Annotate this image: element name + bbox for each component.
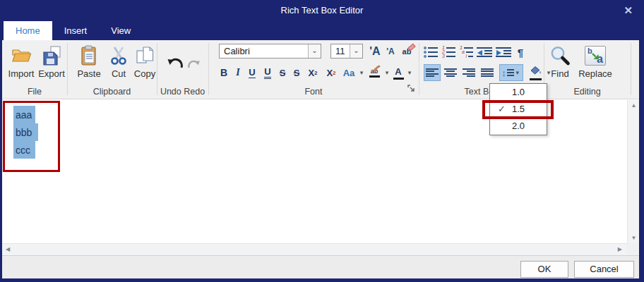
shrink-font-button[interactable]: 'A [384, 44, 397, 59]
clipboard-paste-icon [80, 43, 98, 68]
decrease-indent-button[interactable] [477, 44, 492, 60]
font-size-value: 11 [331, 44, 350, 58]
tab-view[interactable]: View [99, 21, 143, 40]
font-color-dropdown-arrow[interactable]: ▾ [406, 69, 413, 76]
horizontal-scrollbar[interactable]: ◀ ▶ [2, 243, 627, 255]
scissors-icon [110, 43, 127, 68]
numbered-list-icon: 1 2 3 [441, 47, 455, 58]
font-family-combobox[interactable]: Calibri ⌄ [219, 44, 321, 59]
font-size-combobox[interactable]: 11 ⌄ [330, 44, 363, 59]
annotation-red-box-selection [3, 101, 60, 172]
group-separator [631, 43, 631, 95]
annotation-red-box-menu [482, 100, 554, 119]
menu-item-1-0[interactable]: 1.0 [490, 84, 547, 101]
magnifier-icon [549, 43, 571, 68]
change-case-dropdown-arrow[interactable]: ▾ [358, 69, 365, 76]
redo-icon [186, 60, 201, 72]
undo-icon [167, 61, 185, 73]
increase-indent-icon [496, 47, 511, 57]
font-group-label: Font [208, 87, 419, 97]
italic-button[interactable]: I [232, 65, 244, 80]
font-color-bar [393, 78, 404, 80]
rich-text-box-editor-window: Rich Text Box Editor ✕ Home Insert View … [0, 0, 644, 282]
shading-button[interactable] [527, 65, 544, 80]
clipboard-group-label: Clipboard [67, 87, 157, 97]
window-border-left [0, 21, 2, 282]
paragraph-marks-button[interactable]: ¶ [515, 44, 526, 60]
scrollbar-corner [627, 243, 639, 255]
highlight-color-bar [369, 75, 380, 78]
superscript-button[interactable]: X2 [304, 65, 321, 80]
line-spacing-icon: ↕ [501, 68, 514, 78]
ok-button[interactable]: OK [520, 261, 568, 278]
font-color-button[interactable]: A [392, 65, 405, 80]
increase-indent-button[interactable] [496, 44, 511, 60]
grow-font-button[interactable]: 'A [367, 44, 383, 59]
numbered-list-button[interactable]: 1 2 3 [441, 44, 455, 60]
cut-button[interactable]: Cut [107, 43, 130, 81]
scroll-down-icon[interactable]: ▼ [628, 235, 640, 241]
replace-button[interactable]: b a Replace [576, 43, 615, 81]
justify-icon [481, 68, 494, 78]
window-border-bottom [0, 278, 644, 282]
window-border-right [639, 21, 644, 282]
open-folder-icon [11, 43, 32, 68]
justify-button[interactable] [479, 64, 496, 81]
editing-group-label: Editing [544, 87, 631, 97]
titlebar: Rich Text Box Editor ✕ [0, 0, 644, 21]
highlight-dropdown-arrow[interactable]: ▾ [383, 69, 390, 76]
line-spacing-button[interactable]: ↕ ▾ [499, 64, 523, 81]
save-disk-icon [42, 43, 61, 68]
clear-formatting-button[interactable]: ab [398, 44, 415, 59]
decrease-indent-icon [477, 47, 492, 57]
eraser-icon [407, 43, 416, 51]
dialog-footer: OK Cancel [2, 255, 639, 278]
shading-color-bar [530, 78, 542, 80]
redo-button[interactable] [186, 59, 201, 73]
replace-icon: b a [585, 43, 606, 68]
close-icon[interactable]: ✕ [624, 0, 633, 21]
line-spacing-dropdown-arrow[interactable]: ▾ [514, 69, 521, 76]
undo-redo-group-label: Undo Redo [157, 87, 208, 97]
align-left-icon [426, 68, 439, 78]
import-button[interactable]: Import [6, 43, 36, 81]
bold-button[interactable]: B [217, 65, 231, 80]
highlight-color-button[interactable]: ab [366, 65, 382, 80]
cancel-button[interactable]: Cancel [574, 261, 634, 278]
window-title: Rich Text Box Editor [0, 0, 644, 21]
file-group-label: File [2, 87, 67, 97]
bullet-list-icon [424, 47, 438, 58]
scroll-up-icon[interactable]: ▲ [628, 102, 640, 109]
undo-button[interactable] [167, 56, 185, 73]
align-left-button[interactable] [424, 64, 441, 81]
chevron-down-icon[interactable]: ⌄ [350, 44, 362, 58]
ribbon-tab-row: Home Insert View [0, 21, 644, 40]
align-right-button[interactable] [460, 64, 477, 81]
font-family-value: Calibri [220, 44, 308, 58]
align-right-icon [463, 68, 475, 78]
multilevel-list-button[interactable]: 1 a i [459, 44, 473, 60]
double-strikethrough-button[interactable]: S [290, 65, 303, 80]
copy-pages-icon [136, 43, 154, 68]
find-button[interactable]: Find [546, 43, 574, 81]
paint-bucket-icon [528, 65, 542, 78]
pen-icon [372, 63, 381, 75]
scroll-left-icon[interactable]: ◀ [6, 244, 10, 255]
chevron-down-icon[interactable]: ⌄ [308, 44, 321, 58]
bullet-list-button[interactable] [424, 44, 438, 60]
vertical-scrollbar[interactable]: ▲ ▼ [627, 100, 639, 243]
export-button[interactable]: Export [36, 43, 67, 81]
copy-button[interactable]: Copy [131, 43, 159, 81]
scroll-right-icon[interactable]: ▶ [618, 244, 622, 255]
change-case-button[interactable]: Aa [341, 65, 357, 80]
underline-button[interactable]: U [245, 65, 259, 80]
tab-insert[interactable]: Insert [52, 21, 100, 40]
paste-button[interactable]: Paste [73, 43, 105, 81]
menu-item-2-0[interactable]: 2.0 [490, 118, 547, 135]
align-center-icon [444, 68, 457, 78]
align-center-button[interactable] [442, 64, 459, 81]
strikethrough-button[interactable]: S [276, 65, 289, 80]
tab-home[interactable]: Home [4, 21, 52, 40]
double-underline-button[interactable]: U [261, 65, 275, 80]
subscript-button[interactable]: X2 [323, 65, 340, 80]
